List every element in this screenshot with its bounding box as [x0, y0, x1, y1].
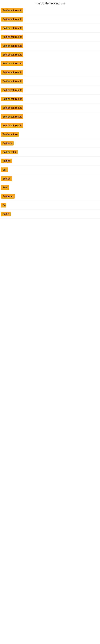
- bottleneck-badge-19[interactable]: Bot: [1, 168, 8, 172]
- result-row-14: Bottleneck result: [0, 121, 100, 130]
- result-row-9: Bottleneck result: [0, 77, 100, 86]
- bottleneck-badge-2[interactable]: Bottleneck result: [1, 17, 23, 22]
- result-row-13: Bottleneck result: [0, 112, 100, 121]
- bottleneck-badge-17[interactable]: Bottleneck r: [1, 150, 18, 154]
- result-row-17: Bottleneck r: [0, 148, 100, 156]
- result-row-20: Bottlen: [0, 174, 100, 183]
- bottleneck-badge-18[interactable]: Bottlen: [1, 158, 12, 163]
- bottleneck-badge-24[interactable]: Bottle: [1, 212, 11, 216]
- bottleneck-badge-8[interactable]: Bottleneck result: [1, 70, 23, 75]
- bottleneck-badge-15[interactable]: Bottleneck re: [1, 132, 19, 137]
- bottleneck-badge-16[interactable]: Bottlene: [1, 141, 14, 146]
- bottleneck-badge-21[interactable]: Bottl: [1, 185, 9, 190]
- result-row-24: Bottle: [0, 210, 100, 218]
- bottleneck-badge-1[interactable]: Bottleneck result: [1, 8, 23, 13]
- result-row-16: Bottlene: [0, 139, 100, 148]
- result-row-8: Bottleneck result: [0, 68, 100, 77]
- bottleneck-badge-14[interactable]: Bottleneck result: [1, 123, 23, 128]
- result-row-6: Bottleneck result: [0, 50, 100, 59]
- bottleneck-badge-3[interactable]: Bottleneck result: [1, 26, 23, 30]
- result-row-1: Bottleneck result: [0, 6, 100, 15]
- bottleneck-badge-20[interactable]: Bottlen: [1, 176, 12, 181]
- bottleneck-badge-11[interactable]: Bottleneck result: [1, 96, 23, 101]
- result-row-11: Bottleneck result: [0, 94, 100, 104]
- result-row-7: Bottleneck result: [0, 59, 100, 68]
- result-row-2: Bottleneck result: [0, 15, 100, 24]
- result-row-12: Bottleneck result: [0, 104, 100, 112]
- bottleneck-badge-23[interactable]: Bo: [1, 203, 6, 208]
- result-row-15: Bottleneck re: [0, 130, 100, 139]
- bottleneck-badge-12[interactable]: Bottleneck result: [1, 106, 23, 110]
- result-row-19: Bot: [0, 166, 100, 174]
- site-title: TheBottlenecker.com: [0, 0, 100, 6]
- bottleneck-badge-4[interactable]: Bottleneck result: [1, 34, 23, 39]
- result-row-5: Bottleneck result: [0, 42, 100, 50]
- bottleneck-badge-6[interactable]: Bottleneck result: [1, 52, 23, 57]
- bottleneck-badge-9[interactable]: Bottleneck result: [1, 79, 23, 84]
- result-row-18: Bottlen: [0, 156, 100, 166]
- bottleneck-badge-22[interactable]: Bottlenec: [1, 194, 15, 199]
- bottleneck-badge-10[interactable]: Bottleneck result: [1, 88, 23, 92]
- result-row-3: Bottleneck result: [0, 24, 100, 32]
- bottleneck-badge-7[interactable]: Bottleneck result: [1, 61, 23, 66]
- result-row-21: Bottl: [0, 183, 100, 192]
- bottleneck-badge-5[interactable]: Bottleneck result: [1, 44, 23, 48]
- result-row-22: Bottlenec: [0, 192, 100, 201]
- result-row-4: Bottleneck result: [0, 32, 100, 42]
- result-row-10: Bottleneck result: [0, 86, 100, 94]
- result-row-23: Bo: [0, 201, 100, 210]
- bottleneck-badge-13[interactable]: Bottleneck result: [1, 114, 23, 119]
